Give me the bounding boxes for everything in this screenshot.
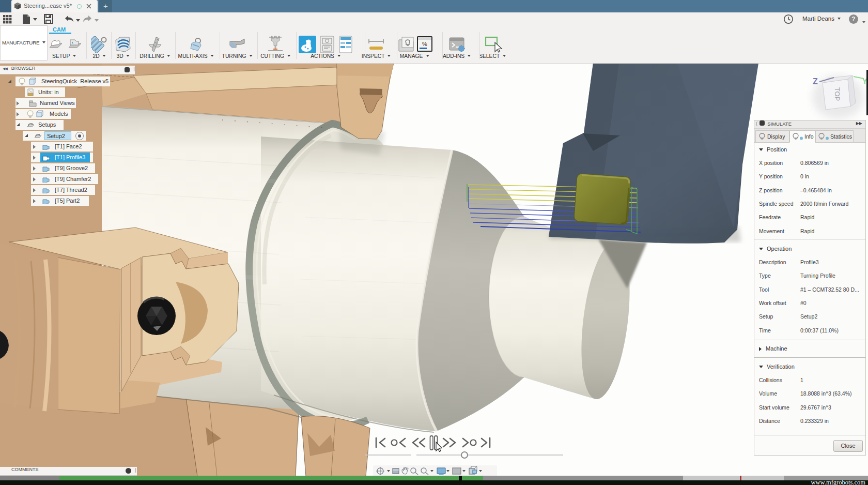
svg-text:%: %	[422, 41, 427, 47]
svg-text:TOP: TOP	[833, 87, 841, 101]
svg-text:Z: Z	[813, 77, 818, 86]
